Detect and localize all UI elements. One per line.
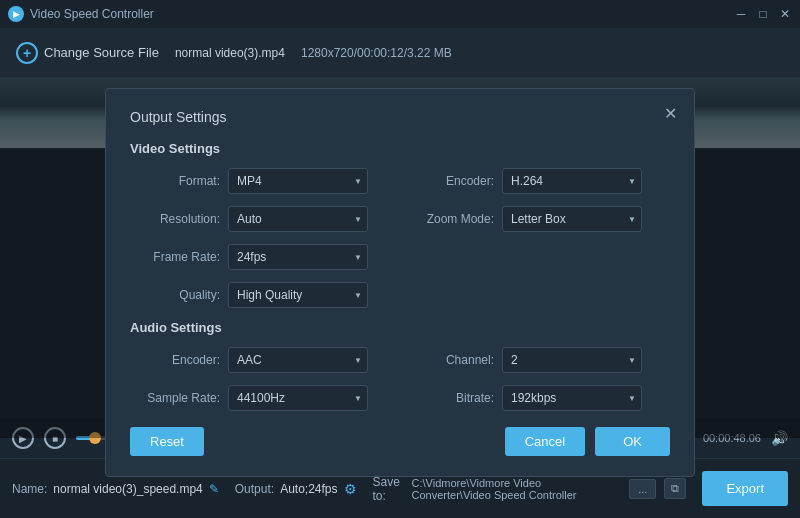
samplerate-col: Sample Rate: 44100Hz bbox=[130, 385, 396, 411]
quality-right-col bbox=[404, 282, 670, 308]
modal-overlay: Output Settings ✕ Video Settings Format:… bbox=[0, 78, 800, 438]
reset-button[interactable]: Reset bbox=[130, 427, 204, 456]
dialog-footer: Reset Cancel OK bbox=[130, 427, 670, 456]
channel-select-wrapper: 2 bbox=[502, 347, 642, 373]
bottom-save-section: Save to: C:\Vidmore\Vidmore Video Conver… bbox=[373, 475, 687, 503]
resolution-select[interactable]: Auto bbox=[228, 206, 368, 232]
resolution-label: Resolution: bbox=[130, 212, 220, 226]
framerate-right-col bbox=[404, 244, 670, 270]
add-icon: + bbox=[16, 42, 38, 64]
channel-label: Channel: bbox=[404, 353, 494, 367]
encoder-label: Encoder: bbox=[404, 174, 494, 188]
encoder-select[interactable]: H.264 bbox=[502, 168, 642, 194]
dialog-footer-right: Cancel OK bbox=[505, 427, 670, 456]
resolution-select-wrapper: Auto bbox=[228, 206, 368, 232]
export-button[interactable]: Export bbox=[702, 471, 788, 506]
ok-button[interactable]: OK bbox=[595, 427, 670, 456]
encoder-col: Encoder: H.264 bbox=[404, 168, 670, 194]
quality-row: Quality: High Quality bbox=[130, 282, 670, 308]
output-label: Output: bbox=[235, 482, 274, 496]
quality-select[interactable]: High Quality bbox=[228, 282, 368, 308]
sample-rate-label: Sample Rate: bbox=[130, 391, 220, 405]
quality-label: Quality: bbox=[130, 288, 220, 302]
open-folder-button[interactable]: ⧉ bbox=[664, 478, 686, 499]
bottom-name-section: Name: normal video(3)_speed.mp4 ✎ bbox=[12, 482, 219, 496]
zoom-mode-select[interactable]: Letter Box bbox=[502, 206, 642, 232]
toolbar: + Change Source File normal video(3).mp4… bbox=[0, 28, 800, 78]
title-bar: ▶ Video Speed Controller ─ □ ✕ bbox=[0, 0, 800, 28]
output-value: Auto;24fps bbox=[280, 482, 337, 496]
window-controls: ─ □ ✕ bbox=[734, 7, 792, 21]
change-source-label: Change Source File bbox=[44, 45, 159, 60]
bitrate-select[interactable]: 192kbps bbox=[502, 385, 642, 411]
title-bar-left: ▶ Video Speed Controller bbox=[8, 6, 154, 22]
bitrate-label: Bitrate: bbox=[404, 391, 494, 405]
title-text: Video Speed Controller bbox=[30, 7, 154, 21]
bottom-output-section: Output: Auto;24fps ⚙ bbox=[235, 481, 357, 497]
audio-settings-header: Audio Settings bbox=[130, 320, 670, 335]
save-path-value: C:\Vidmore\Vidmore Video Converter\Video… bbox=[412, 477, 622, 501]
name-label: Name: bbox=[12, 482, 47, 496]
sample-rate-select[interactable]: 44100Hz bbox=[228, 385, 368, 411]
browse-button[interactable]: ... bbox=[629, 479, 656, 499]
zoom-mode-label: Zoom Mode: bbox=[404, 212, 494, 226]
audio-encoder-select[interactable]: AAC bbox=[228, 347, 368, 373]
resolution-col: Resolution: Auto bbox=[130, 206, 396, 232]
change-source-button[interactable]: + Change Source File bbox=[16, 42, 159, 64]
dialog-close-button[interactable]: ✕ bbox=[660, 103, 680, 123]
edit-name-icon[interactable]: ✎ bbox=[209, 482, 219, 496]
minimize-button[interactable]: ─ bbox=[734, 7, 748, 21]
quality-select-wrapper: High Quality bbox=[228, 282, 368, 308]
framerate-select-wrapper: 24fps bbox=[228, 244, 368, 270]
format-select-wrapper: MP4 bbox=[228, 168, 368, 194]
output-settings-gear-icon[interactable]: ⚙ bbox=[344, 481, 357, 497]
channel-select[interactable]: 2 bbox=[502, 347, 642, 373]
video-settings-header: Video Settings bbox=[130, 141, 670, 156]
audio-encoder-label: Encoder: bbox=[130, 353, 220, 367]
channel-col: Channel: 2 bbox=[404, 347, 670, 373]
cancel-button[interactable]: Cancel bbox=[505, 427, 585, 456]
save-to-label: Save to: bbox=[373, 475, 404, 503]
file-info: normal video(3).mp4 1280x720/00:00:12/3.… bbox=[175, 46, 452, 60]
bitrate-select-wrapper: 192kbps bbox=[502, 385, 642, 411]
audio-encoder-select-wrapper: AAC bbox=[228, 347, 368, 373]
zoom-mode-select-wrapper: Letter Box bbox=[502, 206, 642, 232]
zoom-mode-col: Zoom Mode: Letter Box bbox=[404, 206, 670, 232]
file-name: normal video(3).mp4 bbox=[175, 46, 285, 60]
resolution-zoom-row: Resolution: Auto Zoom Mode: Letter Box bbox=[130, 206, 670, 232]
samplerate-select-wrapper: 44100Hz bbox=[228, 385, 368, 411]
format-encoder-row: Format: MP4 Encoder: H.264 bbox=[130, 168, 670, 194]
dialog-title: Output Settings bbox=[130, 109, 670, 125]
audio-enc-channel-row: Encoder: AAC Channel: 2 bbox=[130, 347, 670, 373]
framerate-col: Frame Rate: 24fps bbox=[130, 244, 396, 270]
output-settings-dialog: Output Settings ✕ Video Settings Format:… bbox=[105, 88, 695, 477]
audio-enc-col: Encoder: AAC bbox=[130, 347, 396, 373]
file-details: 1280x720/00:00:12/3.22 MB bbox=[301, 46, 452, 60]
samplerate-bitrate-row: Sample Rate: 44100Hz Bitrate: 192kbps bbox=[130, 385, 670, 411]
file-name-value: normal video(3)_speed.mp4 bbox=[53, 482, 202, 496]
app-icon: ▶ bbox=[8, 6, 24, 22]
maximize-button[interactable]: □ bbox=[756, 7, 770, 21]
encoder-select-wrapper: H.264 bbox=[502, 168, 642, 194]
quality-col: Quality: High Quality bbox=[130, 282, 396, 308]
framerate-select[interactable]: 24fps bbox=[228, 244, 368, 270]
close-button[interactable]: ✕ bbox=[778, 7, 792, 21]
framerate-row: Frame Rate: 24fps bbox=[130, 244, 670, 270]
bitrate-col: Bitrate: 192kbps bbox=[404, 385, 670, 411]
format-select[interactable]: MP4 bbox=[228, 168, 368, 194]
framerate-label: Frame Rate: bbox=[130, 250, 220, 264]
format-col: Format: MP4 bbox=[130, 168, 396, 194]
format-label: Format: bbox=[130, 174, 220, 188]
